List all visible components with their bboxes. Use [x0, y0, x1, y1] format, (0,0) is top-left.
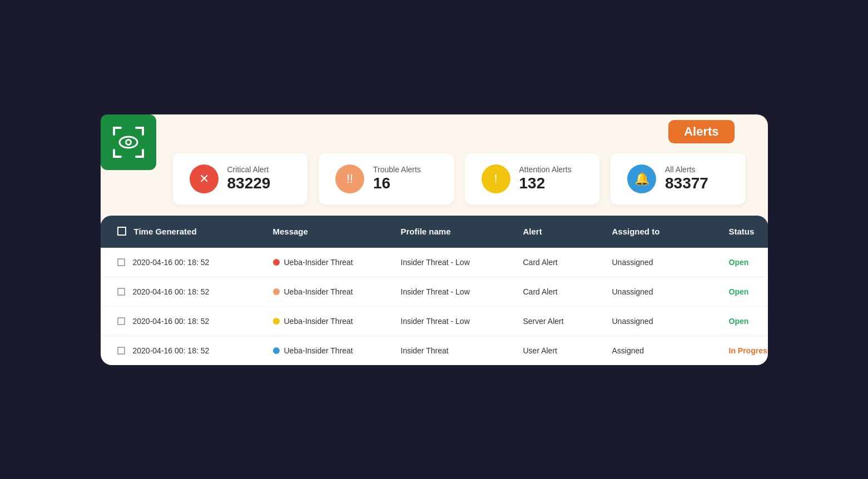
severity-dot-2 — [273, 318, 280, 325]
col-status: Status — [729, 227, 768, 236]
severity-dot-1 — [273, 288, 280, 295]
critical-icon-symbol: ✕ — [199, 172, 209, 186]
critical-icon: ✕ — [190, 164, 219, 193]
cell-status-3: In Progress — [729, 346, 768, 355]
trouble-label: Trouble Alerts — [373, 165, 421, 174]
header-checkbox[interactable] — [117, 227, 126, 236]
col-status-label: Status — [729, 227, 755, 236]
all-alert-card[interactable]: 🔔 All Alerts 83377 — [611, 153, 746, 204]
col-message-label: Message — [273, 227, 308, 236]
message-value-0: Ueba-Insider Threat — [284, 258, 353, 267]
trouble-alert-card[interactable]: !! Trouble Alerts 16 — [319, 153, 454, 204]
trouble-info: Trouble Alerts 16 — [373, 165, 421, 193]
table-row[interactable]: 2020-04-16 00: 18: 52 Ueba-Insider Threa… — [101, 248, 768, 277]
summary-cards: ✕ Critical Alert 83229 !! Trouble Alerts… — [173, 153, 746, 204]
status-value-3: In Progress — [729, 346, 768, 355]
attention-alert-card[interactable]: ! Attention Alerts 132 — [465, 153, 600, 204]
row-checkbox-1[interactable] — [117, 288, 125, 296]
cell-message-1: Ueba-Insider Threat — [273, 287, 401, 296]
main-container: Alerts ✕ Critical Alert 83229 !! Tr — [101, 114, 768, 365]
app-logo — [101, 114, 156, 170]
cell-profile-2: Insider Threat - Low — [401, 317, 523, 326]
col-alert: Alert — [523, 227, 612, 236]
all-icon: 🔔 — [627, 164, 656, 193]
cell-assigned-2: Unassigned — [612, 317, 729, 326]
attention-icon-symbol: ! — [494, 172, 497, 186]
cell-alert-3: User Alert — [523, 346, 612, 355]
row-checkbox-3[interactable] — [117, 347, 125, 355]
cell-status-0: Open — [729, 258, 768, 267]
critical-value: 83229 — [227, 174, 271, 193]
cell-assigned-1: Unassigned — [612, 287, 729, 296]
attention-label: Attention Alerts — [519, 165, 572, 174]
cell-time-3: 2020-04-16 00: 18: 52 — [117, 346, 273, 355]
all-info: All Alerts 83377 — [665, 165, 708, 193]
message-value-3: Ueba-Insider Threat — [284, 346, 353, 355]
col-assigned: Assigned to — [612, 227, 729, 236]
table-row[interactable]: 2020-04-16 00: 18: 52 Ueba-Insider Threa… — [101, 277, 768, 307]
critical-info: Critical Alert 83229 — [227, 165, 271, 193]
alert-value-3: User Alert — [523, 346, 557, 355]
top-panel: ✕ Critical Alert 83229 !! Trouble Alerts… — [101, 114, 768, 232]
col-time-generated: Time Generated — [117, 227, 273, 236]
severity-dot-0 — [273, 259, 280, 266]
col-profile: Profile name — [401, 227, 523, 236]
critical-alert-card[interactable]: ✕ Critical Alert 83229 — [173, 153, 308, 204]
assigned-value-1: Unassigned — [612, 287, 653, 296]
profile-value-2: Insider Threat - Low — [401, 317, 470, 326]
attention-info: Attention Alerts 132 — [519, 165, 572, 193]
cell-time-0: 2020-04-16 00: 18: 52 — [117, 258, 273, 267]
time-value-1: 2020-04-16 00: 18: 52 — [133, 287, 210, 296]
cell-status-1: Open — [729, 287, 768, 296]
attention-value: 132 — [519, 174, 572, 193]
col-message: Message — [273, 227, 401, 236]
cell-alert-1: Card Alert — [523, 287, 612, 296]
message-value-2: Ueba-Insider Threat — [284, 317, 353, 326]
table-row[interactable]: 2020-04-16 00: 18: 52 Ueba-Insider Threa… — [101, 307, 768, 336]
alert-value-0: Card Alert — [523, 258, 558, 267]
status-value-1: Open — [729, 287, 749, 296]
alerts-label: Alerts — [684, 124, 718, 138]
cell-assigned-3: Assigned — [612, 346, 729, 355]
col-assigned-label: Assigned to — [612, 227, 660, 236]
all-label: All Alerts — [665, 165, 708, 174]
cell-profile-3: Insider Threat — [401, 346, 523, 355]
cell-profile-0: Insider Threat - Low — [401, 258, 523, 267]
cell-message-2: Ueba-Insider Threat — [273, 317, 401, 326]
assigned-value-3: Assigned — [612, 346, 644, 355]
all-value: 83377 — [665, 174, 708, 193]
status-value-0: Open — [729, 258, 749, 267]
col-profile-label: Profile name — [401, 227, 451, 236]
profile-value-0: Insider Threat - Low — [401, 258, 470, 267]
cell-message-0: Ueba-Insider Threat — [273, 258, 401, 267]
status-value-2: Open — [729, 317, 749, 326]
cell-status-2: Open — [729, 317, 768, 326]
assigned-value-0: Unassigned — [612, 258, 653, 267]
profile-value-3: Insider Threat — [401, 346, 449, 355]
alert-value-1: Card Alert — [523, 287, 558, 296]
table-header: Time Generated Message Profile name Aler… — [101, 216, 768, 248]
profile-value-1: Insider Threat - Low — [401, 287, 470, 296]
alerts-table-panel: Time Generated Message Profile name Aler… — [101, 216, 768, 365]
trouble-icon: !! — [335, 164, 364, 193]
cell-assigned-0: Unassigned — [612, 258, 729, 267]
row-checkbox-2[interactable] — [117, 317, 125, 325]
col-alert-label: Alert — [523, 227, 542, 236]
attention-icon: ! — [482, 164, 510, 193]
assigned-value-2: Unassigned — [612, 317, 653, 326]
table-body: 2020-04-16 00: 18: 52 Ueba-Insider Threa… — [101, 248, 768, 365]
time-value-2: 2020-04-16 00: 18: 52 — [133, 317, 210, 326]
time-value-0: 2020-04-16 00: 18: 52 — [133, 258, 210, 267]
row-checkbox-0[interactable] — [117, 258, 125, 266]
col-time-label: Time Generated — [134, 227, 197, 236]
cell-profile-1: Insider Threat - Low — [401, 287, 523, 296]
cell-time-2: 2020-04-16 00: 18: 52 — [117, 317, 273, 326]
cell-alert-2: Server Alert — [523, 317, 612, 326]
alerts-badge-label: Alerts — [668, 120, 734, 143]
svg-point-2 — [127, 141, 130, 144]
alert-value-2: Server Alert — [523, 317, 564, 326]
trouble-value: 16 — [373, 174, 421, 193]
severity-dot-3 — [273, 347, 280, 354]
table-row[interactable]: 2020-04-16 00: 18: 52 Ueba-Insider Threa… — [101, 336, 768, 365]
critical-label: Critical Alert — [227, 165, 271, 174]
